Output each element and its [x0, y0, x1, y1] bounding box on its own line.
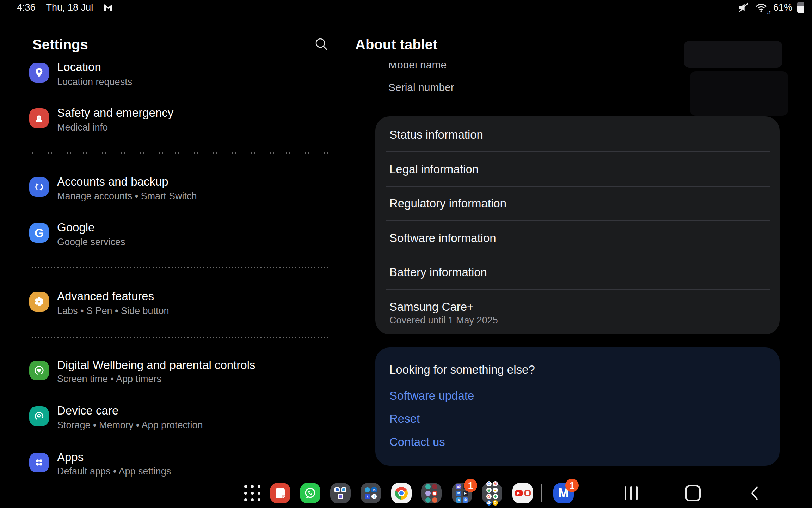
list-divider [31, 267, 330, 268]
back-button[interactable] [745, 483, 764, 503]
settings-item-subtitle: Manage accounts • Smart Switch [57, 190, 197, 202]
software-update-link[interactable]: Software update [389, 388, 474, 404]
wifi-icon: ↓↑ [754, 1, 768, 13]
whatsapp-icon[interactable] [300, 483, 320, 503]
settings-item-subtitle: Google services [57, 236, 125, 248]
row-separator [386, 289, 770, 290]
serial-number-label: Serial number [388, 81, 454, 94]
software-information-row[interactable]: Software information [389, 230, 765, 246]
mute-icon [738, 2, 749, 13]
settings-item-label: Location [57, 63, 101, 75]
sync-icon [29, 177, 49, 197]
row-separator [386, 151, 770, 152]
notes-app-icon[interactable] [270, 483, 290, 503]
m-app-icon[interactable]: M 1 [553, 483, 574, 503]
settings-item-subtitle: Medical info [57, 122, 108, 133]
media-folder-icon[interactable] [512, 483, 533, 503]
gmail-notification-icon [104, 4, 113, 11]
settings-item-label: Device care [57, 403, 118, 418]
lookup-card: Looking for something else? Software upd… [375, 347, 780, 466]
model-name-label: Model name [388, 63, 447, 71]
device-care-gauge-icon [29, 406, 49, 426]
row-separator [386, 220, 770, 221]
settings-item-label: Accounts and backup [57, 174, 168, 189]
youtube-mini-icon [515, 490, 523, 496]
info-card: Status information Legal information Reg… [375, 116, 780, 334]
settings-item-subtitle: Labs • S Pen • Side button [57, 305, 169, 316]
status-date: Thu, 18 Jul [46, 2, 93, 13]
contact-us-link[interactable]: Contact us [389, 434, 445, 450]
settings-title: Settings [32, 37, 88, 53]
settings-item-subtitle: Location requests [57, 76, 132, 87]
gear-flower-icon [29, 292, 49, 312]
battery-information-row[interactable]: Battery information [389, 265, 765, 280]
settings-list: Location Location requests Safety and em… [0, 63, 345, 480]
siren-icon [29, 108, 49, 128]
search-icon [314, 37, 328, 53]
list-divider [31, 152, 330, 154]
row-separator [386, 186, 770, 187]
status-time: 4:36 [17, 2, 36, 13]
battery-percent: 61% [773, 2, 792, 13]
apps-dots-icon [29, 453, 49, 472]
google-folder-icon[interactable]: G M ◉ ▲ ✿ ✚ 💬 D [482, 483, 502, 503]
location-icon [29, 63, 49, 83]
about-tablet-title: About tablet [355, 37, 437, 53]
settings-item-subtitle: Default apps • App settings [57, 466, 171, 477]
social-folder-icon[interactable]: in k i [361, 483, 381, 503]
settings-item-label: Digital Wellbeing and parental controls [57, 357, 256, 373]
search-button[interactable] [314, 37, 329, 52]
notes-mini-icon [524, 490, 531, 496]
browsers-folder-icon[interactable] [421, 483, 442, 503]
chrome-icon[interactable] [391, 483, 412, 503]
recents-icon [625, 486, 638, 500]
work-folder-icon[interactable]: ab ◷ M ▶ $ ✻ 1 [452, 483, 472, 503]
app-drawer-icon[interactable] [242, 483, 263, 503]
home-button[interactable] [683, 483, 703, 503]
battery-icon [797, 2, 804, 13]
row-separator [386, 255, 770, 255]
reset-link[interactable]: Reset [389, 411, 420, 427]
back-chevron-icon [749, 485, 760, 501]
home-icon [685, 485, 701, 501]
settings-item-label: Safety and emergency [57, 105, 173, 121]
samsung-care-subtitle: Covered until 1 May 2025 [389, 315, 498, 326]
regulatory-information-row[interactable]: Regulatory information [389, 196, 765, 211]
settings-item-label: Apps [57, 449, 84, 465]
settings-item-label: Google [57, 220, 94, 235]
settings-item-label: Advanced features [57, 289, 154, 304]
lookup-card-title: Looking for something else? [389, 362, 535, 377]
about-tablet-content: Model name Serial number Status informat… [355, 63, 812, 480]
office-folder-icon[interactable] [330, 483, 351, 503]
settings-item-subtitle: Screen time • App timers [57, 373, 161, 385]
settings-item-subtitle: Storage • Memory • App protection [57, 419, 203, 431]
tablet-screen: 4:36 Thu, 18 Jul ↓↑ [0, 0, 812, 508]
status-bar: 4:36 Thu, 18 Jul ↓↑ [0, 0, 812, 15]
notification-badge: 1 [565, 479, 579, 492]
recents-button[interactable] [621, 483, 641, 503]
list-divider [31, 337, 330, 338]
taskbar-divider [541, 484, 542, 502]
google-g-icon: G [29, 223, 49, 243]
samsung-care-title: Samsung Care+ [389, 299, 765, 315]
status-information-row[interactable]: Status information [389, 127, 765, 143]
wifi-traffic-arrows: ↓↑ [767, 9, 770, 15]
notification-badge: 1 [464, 479, 477, 492]
wellbeing-heart-icon [29, 361, 49, 380]
legal-information-row[interactable]: Legal information [389, 162, 765, 177]
